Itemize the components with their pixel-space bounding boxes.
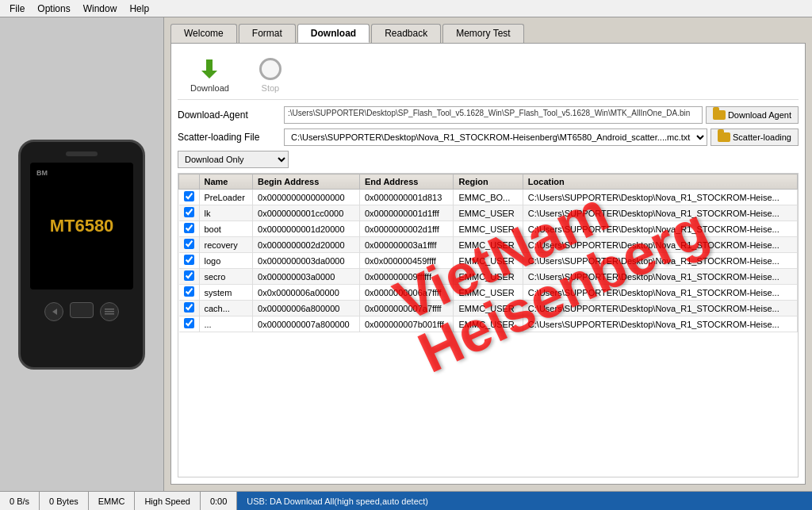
tab-memory-test[interactable]: Memory Test — [442, 24, 523, 43]
phone-buttons — [44, 302, 119, 321]
download-button[interactable]: Download — [184, 53, 236, 96]
col-region: Region — [454, 174, 523, 190]
row-begin: 0x000000003a0000 — [253, 269, 360, 285]
table-row[interactable]: system 0x0x0000006a00000 0x0000000006a7f… — [179, 285, 798, 301]
phone-speaker — [66, 151, 98, 156]
download-agent-label: Download-Agent — [178, 109, 281, 121]
row-location: C:\Users\SUPPORTER\Desktop\Nova_R1_STOCK… — [523, 269, 797, 285]
row-checkbox[interactable] — [179, 205, 200, 221]
row-region: EMMC_USER — [454, 237, 523, 253]
content-panel: Welcome Format Download Readback Memory … — [164, 17, 812, 491]
row-name: system — [199, 285, 253, 301]
row-checkbox[interactable] — [179, 221, 200, 237]
table-row[interactable]: recovery 0x0000000002d20000 0x000000003a… — [179, 237, 798, 253]
col-checkbox — [179, 174, 200, 190]
row-region: EMMC_BO... — [454, 190, 523, 205]
table-row[interactable]: PreLoader 0x0000000000000000 0x000000000… — [179, 190, 798, 205]
row-begin: 0x0000000000000000 — [253, 190, 360, 205]
phone-panel: BM MT6580 — [0, 17, 164, 491]
stop-button[interactable]: Stop — [251, 53, 289, 96]
row-begin: 0x0000000002d20000 — [253, 237, 360, 253]
row-begin: 0x00000006a800000 — [253, 301, 360, 316]
svg-rect-3 — [105, 313, 114, 315]
scatter-loading-row: Scatter-loading File C:\Users\SUPPORTER\… — [178, 128, 799, 146]
download-agent-row: Download-Agent :\Users\SUPPORTER\Desktop… — [178, 106, 799, 124]
row-location: C:\Users\SUPPORTER\Desktop\Nova_R1_STOCK… — [523, 316, 797, 332]
row-end: 0x0000000006a7ffff — [359, 285, 453, 301]
row-checkbox[interactable] — [179, 316, 200, 332]
row-end: 0x0000000002d1fff — [359, 221, 453, 237]
table-row[interactable]: secro 0x000000003a0000 0x000000009ffffff… — [179, 269, 798, 285]
partition-table[interactable]: Name Begin Address End Address Region Lo… — [178, 173, 799, 477]
download-agent-input[interactable]: :\Users\SUPPORTER\Desktop\SP_Flash_Tool_… — [284, 106, 703, 124]
row-name: lk — [199, 205, 253, 221]
scatter-loading-btn-label: Scatter-loading — [733, 132, 791, 142]
svg-rect-1 — [105, 309, 114, 310]
status-speed: 0 B/s — [0, 492, 40, 510]
svg-marker-5 — [201, 71, 217, 79]
svg-rect-4 — [206, 59, 213, 71]
row-checkbox[interactable] — [179, 237, 200, 253]
row-checkbox[interactable] — [179, 285, 200, 301]
status-usb: USB: DA Download All(high speed,auto det… — [237, 492, 812, 510]
mode-row: Download Only Firmware Upgrade Format+Do… — [178, 151, 799, 168]
table-body: PreLoader 0x0000000000000000 0x000000000… — [179, 190, 798, 332]
download-agent-browse-btn[interactable]: Download Agent — [706, 106, 799, 124]
row-end: 0x000000009ffffff — [359, 269, 453, 285]
menu-options[interactable]: Options — [31, 2, 76, 16]
table-row[interactable]: ... 0x0000000007a800000 0x000000007b001f… — [179, 316, 798, 332]
phone-back-btn — [44, 302, 63, 321]
row-location: C:\Users\SUPPORTER\Desktop\Nova_R1_STOCK… — [523, 190, 797, 205]
col-begin-address: Begin Address — [253, 174, 360, 190]
table-row[interactable]: lk 0x0000000001cc0000 0x0000000001d1fff … — [179, 205, 798, 221]
row-checkbox[interactable] — [179, 269, 200, 285]
row-location: C:\Users\SUPPORTER\Desktop\Nova_R1_STOCK… — [523, 221, 797, 237]
menu-file[interactable]: File — [3, 2, 31, 16]
table-row[interactable]: cach... 0x00000006a800000 0x0000000007a7… — [179, 301, 798, 316]
download-label: Download — [190, 83, 229, 93]
table-row[interactable]: boot 0x0000000001d20000 0x0000000002d1ff… — [179, 221, 798, 237]
table-header-row: Name Begin Address End Address Region Lo… — [179, 174, 798, 190]
download-icon — [197, 56, 222, 82]
col-name: Name — [199, 174, 253, 190]
status-time: 0:00 — [201, 492, 237, 510]
phone-model: MT6580 — [50, 216, 114, 236]
scatter-loading-browse-btn[interactable]: Scatter-loading — [710, 128, 799, 146]
tab-content-download: VietNam Heisenberg Download — [170, 43, 806, 485]
scatter-loading-select[interactable]: C:\Users\SUPPORTER\Desktop\Nova_R1_STOCK… — [284, 128, 707, 146]
row-name: ... — [199, 316, 253, 332]
tab-format[interactable]: Format — [239, 24, 296, 43]
row-checkbox[interactable] — [179, 253, 200, 269]
phone-brand: BM — [36, 169, 48, 177]
main-layout: BM MT6580 Welcome Format Download Readba… — [0, 17, 812, 491]
stop-icon — [258, 56, 283, 82]
table-row[interactable]: logo 0x0000000003da0000 0x0x000000459fff… — [179, 253, 798, 269]
folder-icon — [713, 110, 726, 120]
menu-help[interactable]: Help — [123, 2, 155, 16]
row-begin: 0x0000000001d20000 — [253, 221, 360, 237]
status-bytes: 0 Bytes — [40, 492, 89, 510]
row-region: EMMC_USER — [454, 301, 523, 316]
tab-download[interactable]: Download — [297, 24, 370, 43]
menu-window[interactable]: Window — [77, 2, 124, 16]
row-region: EMMC_USER — [454, 253, 523, 269]
row-checkbox[interactable] — [179, 301, 200, 316]
phone-device: BM MT6580 — [18, 140, 145, 370]
tab-readback[interactable]: Readback — [371, 24, 441, 43]
svg-marker-0 — [52, 309, 57, 315]
row-region: EMMC_USER — [454, 285, 523, 301]
svg-rect-2 — [105, 311, 114, 313]
row-region: EMMC_USER — [454, 221, 523, 237]
row-checkbox[interactable] — [179, 190, 200, 205]
row-name: boot — [199, 221, 253, 237]
phone-home-btn — [70, 302, 94, 318]
col-end-address: End Address — [359, 174, 453, 190]
tab-welcome[interactable]: Welcome — [170, 24, 237, 43]
status-speed-type: High Speed — [135, 492, 201, 510]
row-end: 0x0000000001d1fff — [359, 205, 453, 221]
row-location: C:\Users\SUPPORTER\Desktop\Nova_R1_STOCK… — [523, 253, 797, 269]
toolbar: Download Stop — [178, 50, 799, 100]
row-location: C:\Users\SUPPORTER\Desktop\Nova_R1_STOCK… — [523, 237, 797, 253]
mode-select[interactable]: Download Only Firmware Upgrade Format+Do… — [178, 151, 289, 168]
row-begin: 0x0000000003da0000 — [253, 253, 360, 269]
